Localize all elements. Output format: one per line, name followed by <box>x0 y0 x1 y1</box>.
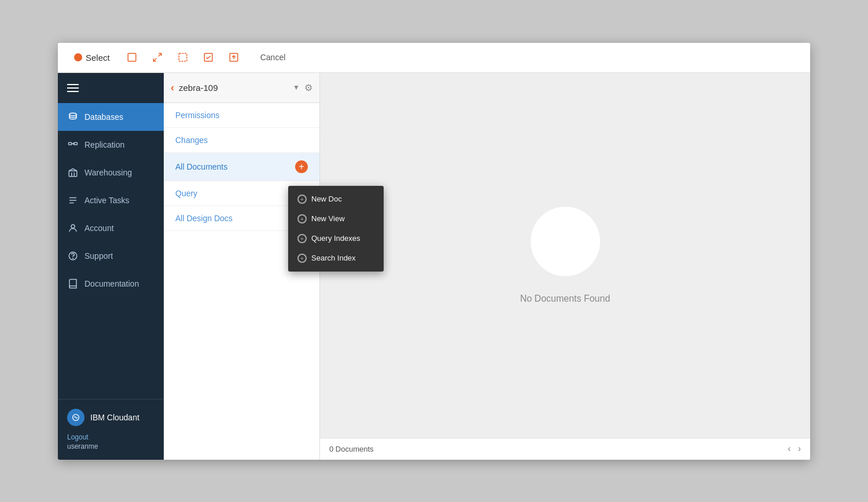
sidebar-item-warehousing[interactable]: Warehousing <box>58 159 164 186</box>
documentation-icon <box>67 278 79 290</box>
expand-icon-btn[interactable] <box>147 47 168 68</box>
settings-button[interactable]: ⚙ <box>304 82 312 93</box>
svg-rect-11 <box>69 171 77 177</box>
select-dot <box>74 53 82 61</box>
back-button[interactable]: ‹ <box>171 82 174 94</box>
main-content: Databases Replication <box>58 73 810 460</box>
document-count: 0 Documents <box>329 445 374 453</box>
toolbar: Select <box>58 43 810 73</box>
svg-point-19 <box>73 258 73 258</box>
username-label: useranme <box>67 442 98 450</box>
changes-label: Changes <box>175 135 208 145</box>
brand-icon <box>67 409 84 426</box>
checkbox-icon-btn[interactable] <box>198 47 219 68</box>
hamburger-menu-button[interactable] <box>58 73 164 103</box>
upload-icon-btn[interactable] <box>223 47 244 68</box>
databases-icon <box>67 111 79 123</box>
db-dropdown-arrow-icon[interactable]: ▼ <box>293 83 300 91</box>
sidebar-footer: IBM Cloudant Logout useranme <box>58 399 164 460</box>
empty-state: No Documents Found <box>320 73 810 438</box>
middle-nav-changes[interactable]: Changes <box>164 128 319 153</box>
svg-point-7 <box>69 113 76 116</box>
sidebar-nav: Databases Replication <box>58 103 164 399</box>
logout-section: Logout useranme <box>67 433 155 450</box>
query-indexes-plus-icon: + <box>297 234 307 243</box>
content-footer: 0 Documents ‹ › <box>320 438 810 460</box>
sidebar-item-account[interactable]: Account <box>58 214 164 242</box>
prev-page-button[interactable]: ‹ <box>788 444 790 454</box>
cancel-button[interactable]: Cancel <box>253 49 293 65</box>
dropdown-item-search-index[interactable]: + Search Index <box>288 248 384 268</box>
dropdown-menu: + New Doc + New View + Query Indexes + S… <box>288 186 384 272</box>
sidebar-item-replication[interactable]: Replication <box>58 131 164 159</box>
account-icon <box>67 222 79 234</box>
new-view-label: New View <box>311 214 345 223</box>
support-icon <box>67 250 79 262</box>
permissions-label: Permissions <box>175 111 219 120</box>
replication-icon <box>67 139 79 151</box>
new-doc-label: New Doc <box>311 195 342 203</box>
empty-message: No Documents Found <box>520 294 610 304</box>
pagination: ‹ › <box>788 444 801 454</box>
new-doc-plus-icon: + <box>297 195 307 204</box>
new-view-plus-icon: + <box>297 214 307 223</box>
sidebar-item-databases[interactable]: Databases <box>58 103 164 131</box>
warehousing-icon <box>67 167 79 178</box>
brand-name: IBM Cloudant <box>90 413 139 422</box>
query-indexes-label: Query Indexes <box>311 234 361 243</box>
middle-panel: ‹ zebra-109 ▼ ⚙ Permissions Changes All … <box>164 73 320 460</box>
hamburger-icon <box>67 84 79 92</box>
sidebar-item-active-tasks[interactable]: Active Tasks <box>58 186 164 214</box>
svg-rect-0 <box>128 53 136 61</box>
select-button[interactable]: Select <box>67 49 117 66</box>
add-document-button[interactable]: + <box>295 160 308 173</box>
db-name: zebra-109 <box>179 83 288 93</box>
svg-line-2 <box>153 58 156 61</box>
dropdown-item-query-indexes[interactable]: + Query Indexes <box>288 229 384 248</box>
sidebar-label-account: Account <box>84 223 114 233</box>
next-page-button[interactable]: › <box>798 444 801 454</box>
sidebar-item-support[interactable]: Support <box>58 242 164 270</box>
sidebar-label-support: Support <box>84 251 113 261</box>
sidebar-label-warehousing: Warehousing <box>84 168 132 177</box>
select-label: Select <box>86 53 110 63</box>
logout-link[interactable]: Logout <box>67 433 155 441</box>
middle-panel-header: ‹ zebra-109 ▼ ⚙ <box>164 73 319 103</box>
search-index-label: Search Index <box>311 254 356 262</box>
sidebar-label-documentation: Documentation <box>84 279 139 288</box>
svg-rect-8 <box>69 142 72 145</box>
sidebar-item-documentation[interactable]: Documentation <box>58 270 164 298</box>
middle-nav-all-documents[interactable]: All Documents + <box>164 153 319 181</box>
content-area: No Documents Found 0 Documents ‹ › <box>320 73 810 460</box>
app-window: Select <box>58 43 810 460</box>
brand-section: IBM Cloudant <box>67 409 155 426</box>
empty-circle-decoration <box>531 207 600 276</box>
middle-nav-permissions[interactable]: Permissions <box>164 103 319 128</box>
sidebar-label-databases: Databases <box>84 112 123 122</box>
dropdown-item-new-view[interactable]: + New View <box>288 209 384 229</box>
svg-rect-3 <box>179 53 187 61</box>
all-design-docs-label: All Design Docs <box>175 214 233 223</box>
all-documents-label: All Documents <box>175 162 227 171</box>
svg-line-1 <box>158 53 161 56</box>
sidebar-label-active-tasks: Active Tasks <box>84 196 130 205</box>
query-label: Query <box>175 189 197 198</box>
search-index-plus-icon: + <box>297 254 307 263</box>
active-tasks-icon <box>67 195 79 206</box>
sidebar: Databases Replication <box>58 73 164 460</box>
square-outline-icon-btn[interactable] <box>122 47 142 68</box>
sidebar-label-replication: Replication <box>84 140 124 149</box>
dashed-select-icon-btn[interactable] <box>172 47 193 68</box>
dropdown-item-new-doc[interactable]: + New Doc <box>288 189 384 209</box>
svg-point-17 <box>71 225 75 228</box>
